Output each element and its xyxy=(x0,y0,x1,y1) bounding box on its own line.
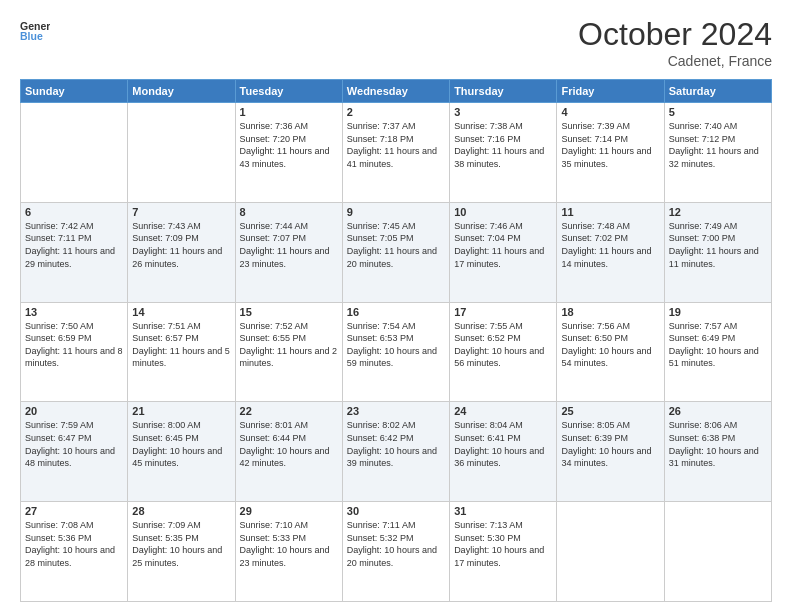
daylight-text: Daylight: 10 hours and 34 minutes. xyxy=(561,446,651,469)
sunset-text: Sunset: 5:30 PM xyxy=(454,533,521,543)
table-cell: 22 Sunrise: 8:01 AM Sunset: 6:44 PM Dayl… xyxy=(235,402,342,502)
sunrise-text: Sunrise: 7:56 AM xyxy=(561,321,630,331)
month-title: October 2024 xyxy=(578,16,772,53)
header-monday: Monday xyxy=(128,80,235,103)
sunset-text: Sunset: 6:39 PM xyxy=(561,433,628,443)
sunrise-text: Sunrise: 7:44 AM xyxy=(240,221,309,231)
sunset-text: Sunset: 7:00 PM xyxy=(669,233,736,243)
week-row-5: 27 Sunrise: 7:08 AM Sunset: 5:36 PM Dayl… xyxy=(21,502,772,602)
daylight-text: Daylight: 11 hours and 29 minutes. xyxy=(25,246,115,269)
daylight-text: Daylight: 11 hours and 14 minutes. xyxy=(561,246,651,269)
daylight-text: Daylight: 10 hours and 28 minutes. xyxy=(25,545,115,568)
table-cell: 12 Sunrise: 7:49 AM Sunset: 7:00 PM Dayl… xyxy=(664,202,771,302)
day-info: Sunrise: 7:55 AM Sunset: 6:52 PM Dayligh… xyxy=(454,320,552,370)
table-cell: 11 Sunrise: 7:48 AM Sunset: 7:02 PM Dayl… xyxy=(557,202,664,302)
day-info: Sunrise: 8:04 AM Sunset: 6:41 PM Dayligh… xyxy=(454,419,552,469)
day-info: Sunrise: 8:05 AM Sunset: 6:39 PM Dayligh… xyxy=(561,419,659,469)
day-number: 7 xyxy=(132,206,230,218)
table-cell: 4 Sunrise: 7:39 AM Sunset: 7:14 PM Dayli… xyxy=(557,103,664,203)
day-info: Sunrise: 8:06 AM Sunset: 6:38 PM Dayligh… xyxy=(669,419,767,469)
day-number: 25 xyxy=(561,405,659,417)
header-sunday: Sunday xyxy=(21,80,128,103)
week-row-3: 13 Sunrise: 7:50 AM Sunset: 6:59 PM Dayl… xyxy=(21,302,772,402)
table-cell: 15 Sunrise: 7:52 AM Sunset: 6:55 PM Dayl… xyxy=(235,302,342,402)
sunrise-text: Sunrise: 7:50 AM xyxy=(25,321,94,331)
daylight-text: Daylight: 11 hours and 8 minutes. xyxy=(25,346,123,369)
sunset-text: Sunset: 7:12 PM xyxy=(669,134,736,144)
day-number: 24 xyxy=(454,405,552,417)
day-info: Sunrise: 7:13 AM Sunset: 5:30 PM Dayligh… xyxy=(454,519,552,569)
sunrise-text: Sunrise: 7:13 AM xyxy=(454,520,523,530)
daylight-text: Daylight: 10 hours and 54 minutes. xyxy=(561,346,651,369)
sunrise-text: Sunrise: 8:04 AM xyxy=(454,420,523,430)
header-wednesday: Wednesday xyxy=(342,80,449,103)
daylight-text: Daylight: 10 hours and 23 minutes. xyxy=(240,545,330,568)
header-friday: Friday xyxy=(557,80,664,103)
sunrise-text: Sunrise: 7:36 AM xyxy=(240,121,309,131)
day-number: 20 xyxy=(25,405,123,417)
day-number: 18 xyxy=(561,306,659,318)
day-info: Sunrise: 7:08 AM Sunset: 5:36 PM Dayligh… xyxy=(25,519,123,569)
day-number: 8 xyxy=(240,206,338,218)
sunrise-text: Sunrise: 7:49 AM xyxy=(669,221,738,231)
day-number: 28 xyxy=(132,505,230,517)
day-number: 9 xyxy=(347,206,445,218)
table-cell xyxy=(128,103,235,203)
sunset-text: Sunset: 6:55 PM xyxy=(240,333,307,343)
sunset-text: Sunset: 6:41 PM xyxy=(454,433,521,443)
sunrise-text: Sunrise: 7:38 AM xyxy=(454,121,523,131)
day-number: 31 xyxy=(454,505,552,517)
day-number: 26 xyxy=(669,405,767,417)
sunrise-text: Sunrise: 7:45 AM xyxy=(347,221,416,231)
table-cell: 7 Sunrise: 7:43 AM Sunset: 7:09 PM Dayli… xyxy=(128,202,235,302)
day-number: 2 xyxy=(347,106,445,118)
table-cell: 17 Sunrise: 7:55 AM Sunset: 6:52 PM Dayl… xyxy=(450,302,557,402)
day-info: Sunrise: 7:57 AM Sunset: 6:49 PM Dayligh… xyxy=(669,320,767,370)
sunset-text: Sunset: 7:14 PM xyxy=(561,134,628,144)
header: General Blue October 2024 Cadenet, Franc… xyxy=(20,16,772,69)
day-number: 23 xyxy=(347,405,445,417)
sunset-text: Sunset: 6:47 PM xyxy=(25,433,92,443)
sunrise-text: Sunrise: 7:43 AM xyxy=(132,221,201,231)
daylight-text: Daylight: 10 hours and 42 minutes. xyxy=(240,446,330,469)
sunset-text: Sunset: 7:04 PM xyxy=(454,233,521,243)
daylight-text: Daylight: 10 hours and 39 minutes. xyxy=(347,446,437,469)
day-info: Sunrise: 7:45 AM Sunset: 7:05 PM Dayligh… xyxy=(347,220,445,270)
day-info: Sunrise: 7:40 AM Sunset: 7:12 PM Dayligh… xyxy=(669,120,767,170)
day-info: Sunrise: 7:09 AM Sunset: 5:35 PM Dayligh… xyxy=(132,519,230,569)
sunrise-text: Sunrise: 7:55 AM xyxy=(454,321,523,331)
location: Cadenet, France xyxy=(578,53,772,69)
weekday-header-row: Sunday Monday Tuesday Wednesday Thursday… xyxy=(21,80,772,103)
sunrise-text: Sunrise: 7:42 AM xyxy=(25,221,94,231)
sunset-text: Sunset: 7:18 PM xyxy=(347,134,414,144)
day-number: 16 xyxy=(347,306,445,318)
sunset-text: Sunset: 6:57 PM xyxy=(132,333,199,343)
day-info: Sunrise: 7:43 AM Sunset: 7:09 PM Dayligh… xyxy=(132,220,230,270)
table-cell: 27 Sunrise: 7:08 AM Sunset: 5:36 PM Dayl… xyxy=(21,502,128,602)
day-info: Sunrise: 7:56 AM Sunset: 6:50 PM Dayligh… xyxy=(561,320,659,370)
daylight-text: Daylight: 11 hours and 5 minutes. xyxy=(132,346,230,369)
day-number: 15 xyxy=(240,306,338,318)
daylight-text: Daylight: 10 hours and 17 minutes. xyxy=(454,545,544,568)
table-cell: 13 Sunrise: 7:50 AM Sunset: 6:59 PM Dayl… xyxy=(21,302,128,402)
table-cell xyxy=(21,103,128,203)
day-info: Sunrise: 7:50 AM Sunset: 6:59 PM Dayligh… xyxy=(25,320,123,370)
table-cell: 25 Sunrise: 8:05 AM Sunset: 6:39 PM Dayl… xyxy=(557,402,664,502)
table-cell: 1 Sunrise: 7:36 AM Sunset: 7:20 PM Dayli… xyxy=(235,103,342,203)
sunrise-text: Sunrise: 7:10 AM xyxy=(240,520,309,530)
week-row-4: 20 Sunrise: 7:59 AM Sunset: 6:47 PM Dayl… xyxy=(21,402,772,502)
day-info: Sunrise: 7:39 AM Sunset: 7:14 PM Dayligh… xyxy=(561,120,659,170)
sunset-text: Sunset: 7:09 PM xyxy=(132,233,199,243)
daylight-text: Daylight: 11 hours and 32 minutes. xyxy=(669,146,759,169)
sunset-text: Sunset: 7:05 PM xyxy=(347,233,414,243)
sunset-text: Sunset: 7:16 PM xyxy=(454,134,521,144)
daylight-text: Daylight: 11 hours and 26 minutes. xyxy=(132,246,222,269)
sunset-text: Sunset: 5:35 PM xyxy=(132,533,199,543)
day-info: Sunrise: 7:38 AM Sunset: 7:16 PM Dayligh… xyxy=(454,120,552,170)
week-row-1: 1 Sunrise: 7:36 AM Sunset: 7:20 PM Dayli… xyxy=(21,103,772,203)
daylight-text: Daylight: 10 hours and 45 minutes. xyxy=(132,446,222,469)
day-number: 14 xyxy=(132,306,230,318)
table-cell xyxy=(557,502,664,602)
daylight-text: Daylight: 11 hours and 43 minutes. xyxy=(240,146,330,169)
day-number: 19 xyxy=(669,306,767,318)
